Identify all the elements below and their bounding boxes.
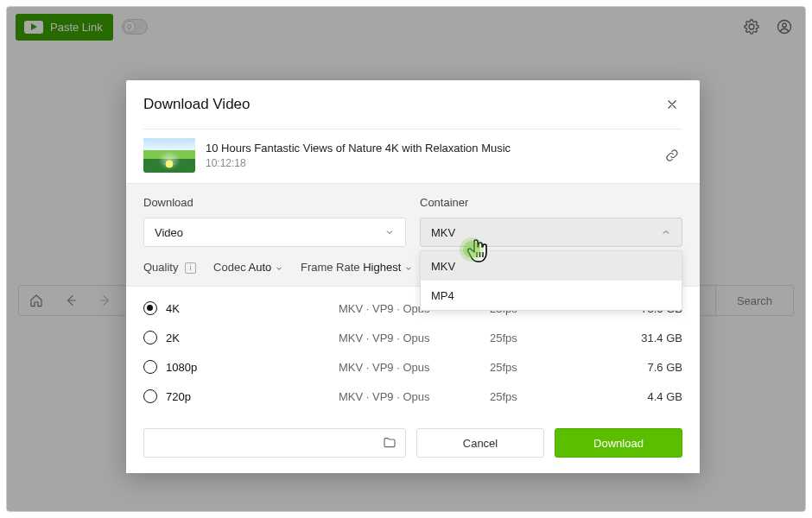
- modal-footer: Cancel Download: [126, 418, 700, 473]
- cancel-button[interactable]: Cancel: [416, 428, 544, 458]
- quality-row[interactable]: 720p MKV · VP9 · Opus 25fps 4.4 GB: [143, 382, 682, 411]
- options-panel: Download Video Container MKV MKV MP4: [126, 183, 700, 286]
- radio[interactable]: [143, 360, 157, 374]
- download-type-select[interactable]: Video: [143, 218, 406, 247]
- video-duration: 10:12:18: [206, 157, 651, 169]
- codec-filter[interactable]: Codec Auto: [213, 261, 283, 274]
- video-title: 10 Hours Fantastic Views of Nature 4K wi…: [206, 142, 651, 155]
- modal-title: Download Video: [143, 96, 251, 113]
- chevron-down-icon: [404, 264, 413, 273]
- quality-filter-label: Quality: [143, 261, 178, 274]
- container-label: Container: [420, 196, 682, 209]
- container-option-mkv[interactable]: MKV: [421, 251, 682, 281]
- link-icon: [665, 148, 679, 162]
- close-icon: [666, 98, 678, 111]
- folder-icon: [383, 436, 396, 450]
- container-dropdown: MKV MP4: [420, 250, 682, 311]
- chevron-up-icon: [661, 227, 671, 237]
- radio[interactable]: [143, 331, 157, 344]
- chevron-down-icon: [275, 264, 283, 273]
- radio[interactable]: [143, 301, 157, 315]
- radio[interactable]: [143, 389, 157, 403]
- download-button[interactable]: Download: [555, 428, 682, 458]
- quality-row[interactable]: 2K MKV · VP9 · Opus 25fps 31.4 GB: [143, 323, 682, 352]
- download-type-label: Download: [143, 196, 406, 209]
- chevron-down-icon: [384, 227, 395, 237]
- video-link-button[interactable]: [662, 145, 682, 166]
- video-thumbnail: [143, 138, 195, 173]
- video-info-row: 10 Hours Fantastic Views of Nature 4K wi…: [126, 130, 700, 183]
- output-path-input[interactable]: [143, 428, 406, 458]
- download-modal: Download Video 10 Hours Fantastic Views …: [126, 80, 700, 473]
- main-window: Paste Link Search: [6, 6, 806, 512]
- quality-row[interactable]: 1080p MKV · VP9 · Opus 25fps 7.6 GB: [143, 352, 682, 382]
- close-button[interactable]: [662, 94, 682, 115]
- container-option-mp4[interactable]: MP4: [421, 281, 682, 310]
- container-select[interactable]: MKV: [420, 218, 682, 247]
- framerate-filter[interactable]: Frame Rate Highest: [301, 261, 413, 274]
- info-icon[interactable]: i: [185, 262, 196, 274]
